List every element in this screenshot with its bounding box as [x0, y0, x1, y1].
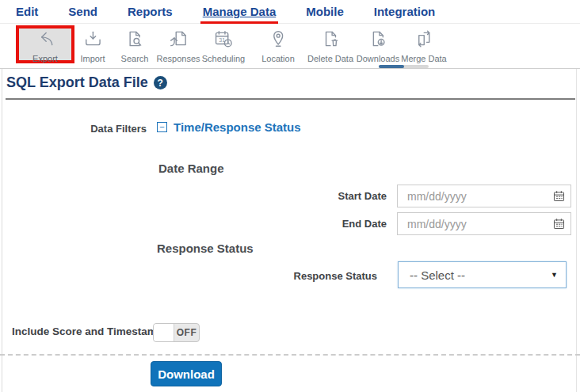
toolbar-item-delete-data[interactable]: Delete Data [307, 29, 353, 63]
start-date-label: Start Date [238, 190, 387, 202]
toolbar-item-scheduling[interactable]: 31 Scheduling [202, 29, 245, 63]
document-trash-icon [320, 29, 341, 52]
nav-item-mobile[interactable]: Mobile [306, 5, 344, 18]
start-date-field [397, 185, 571, 207]
toggle-knob[interactable] [154, 324, 174, 341]
toolbar-item-label: Export [32, 54, 58, 63]
include-score-toggle[interactable]: OFF [153, 323, 200, 342]
toolbar-scrollbar[interactable] [379, 65, 429, 68]
manage-data-toolbar: Export Import Search Responses 31 Schedu… [0, 24, 580, 69]
title-divider [6, 98, 575, 100]
sql-export-page: Edit Send Reports Manage Data Mobile Int… [0, 0, 580, 392]
toolbar-item-responses[interactable]: Responses [156, 29, 200, 63]
end-date-label: End Date [238, 218, 387, 230]
download-button[interactable]: Download [151, 361, 222, 386]
toolbar-item-label: Merge Data [401, 54, 446, 63]
toolbar-item-label: Import [80, 54, 105, 63]
nav-item-send[interactable]: Send [68, 5, 97, 18]
date-range-heading: Date Range [158, 162, 224, 175]
toolbar-item-label: Downloads [357, 54, 399, 63]
toolbar-item-label: Search [121, 54, 149, 63]
collapse-minus-icon[interactable]: − [157, 122, 167, 132]
bottom-dashed-divider [0, 354, 580, 356]
document-search-icon [124, 29, 145, 52]
page-title-row: SQL Export Data File ? [6, 74, 167, 91]
end-date-field [397, 212, 571, 235]
toolbar-item-export[interactable]: Export [32, 29, 58, 63]
end-date-input[interactable] [397, 212, 571, 235]
document-download-icon [368, 29, 388, 52]
calendar-icon[interactable] [552, 189, 566, 203]
toggle-state-text: OFF [174, 324, 199, 341]
calendar-clock-icon: 31 [213, 29, 234, 52]
panel-right-border [576, 69, 577, 392]
data-filters-label: Data Filters [0, 123, 147, 135]
toolbar-item-search[interactable]: Search [121, 29, 149, 63]
nav-item-integration[interactable]: Integration [374, 5, 436, 18]
page-title: SQL Export Data File [6, 74, 148, 91]
response-status-select[interactable]: -- Select -- ▼ [398, 261, 567, 288]
toolbar-item-label: Delete Data [307, 54, 353, 63]
toolbar-item-location[interactable]: Location [261, 29, 295, 63]
nav-item-edit[interactable]: Edit [16, 5, 38, 18]
map-pin-icon [268, 29, 288, 52]
toolbar-item-merge-data[interactable]: Merge Data [401, 29, 446, 63]
toolbar-item-label: Location [261, 54, 295, 63]
import-tray-icon [82, 29, 103, 52]
response-status-heading: Response Status [157, 242, 254, 255]
toolbar-item-label: Scheduling [202, 54, 245, 63]
top-nav: Edit Send Reports Manage Data Mobile Int… [0, 0, 580, 24]
documents-merge-icon [414, 29, 434, 52]
toolbar-item-label: Responses [156, 54, 200, 63]
panel-left-border [2, 69, 2, 392]
response-status-selected-value: -- Select -- [399, 268, 551, 282]
start-date-input[interactable] [397, 185, 571, 207]
toolbar-item-downloads[interactable]: Downloads [357, 29, 399, 63]
time-response-label[interactable]: Time/Response Status [174, 120, 301, 134]
time-response-collapse-toggle[interactable]: − Time/Response Status [157, 120, 301, 134]
calendar-icon[interactable] [552, 217, 566, 230]
response-status-label: Response Status [222, 270, 377, 282]
help-icon[interactable]: ? [154, 76, 167, 89]
chevron-down-icon: ▼ [551, 271, 566, 279]
toolbar-item-import[interactable]: Import [80, 29, 105, 63]
document-hand-icon [168, 29, 189, 52]
nav-item-manage-data[interactable]: Manage Data [203, 5, 277, 18]
nav-item-reports[interactable]: Reports [128, 5, 173, 18]
include-score-label: Include Score and Timestamp [12, 325, 163, 337]
toolbar-scrollbar-thumb[interactable] [379, 65, 404, 68]
export-arrow-icon [35, 29, 55, 52]
